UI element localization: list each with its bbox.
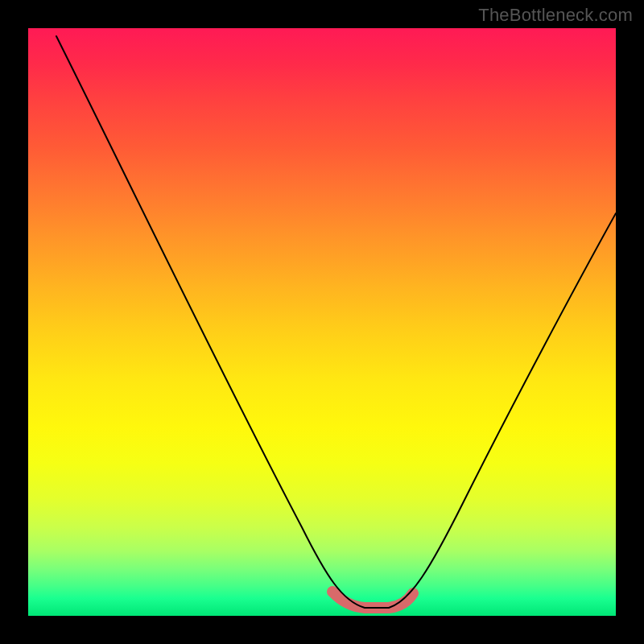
bottleneck-curve — [56, 36, 616, 608]
attribution-text: TheBottleneck.com — [478, 5, 633, 26]
valley-highlight — [332, 592, 413, 608]
chart-frame: TheBottleneck.com — [0, 0, 644, 644]
plot-area — [28, 28, 616, 616]
plot-svg — [28, 28, 616, 616]
